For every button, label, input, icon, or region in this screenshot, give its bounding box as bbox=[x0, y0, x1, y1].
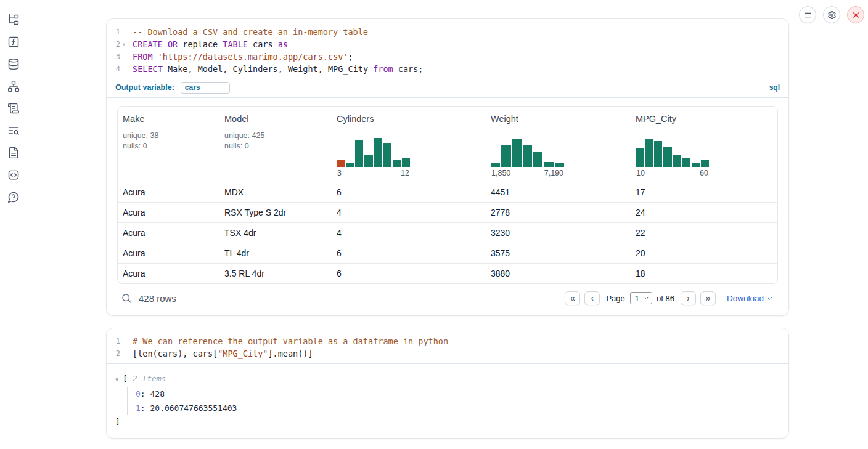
cylinders-histogram bbox=[337, 136, 410, 167]
sql-cell: 1 -- Download a CSV and create an in-mem… bbox=[106, 18, 789, 316]
last-page-button[interactable]: » bbox=[700, 291, 716, 305]
code-token: FROM bbox=[133, 52, 153, 62]
column-header-label[interactable]: Model bbox=[224, 114, 327, 124]
next-page-button[interactable]: › bbox=[681, 291, 696, 305]
cell-weight: 3575 bbox=[486, 248, 631, 258]
page-count-label: of 86 bbox=[657, 294, 674, 303]
column-cylinders: Cylinders 3 12 bbox=[332, 107, 486, 182]
cell-mpg-city: 17 bbox=[631, 187, 777, 197]
tree-items: 0: 428 1: 20.060747663551403 bbox=[127, 387, 777, 415]
hist-min-label: 1,850 bbox=[491, 169, 510, 177]
fold-chevron-icon bbox=[120, 335, 128, 347]
snippets-icon[interactable] bbox=[7, 147, 20, 159]
cell-make: Acura bbox=[118, 228, 219, 238]
column-nulls-stat: nulls: 0 bbox=[123, 141, 215, 152]
cell-cylinders: 6 bbox=[332, 187, 486, 197]
table-row: Acura3.5 RL 4dr6388018 bbox=[118, 263, 777, 283]
menu-icon bbox=[803, 10, 813, 20]
cell-cylinders: 6 bbox=[332, 248, 486, 258]
hist-max-label: 60 bbox=[700, 169, 708, 177]
cell-model: 3.5 RL 4dr bbox=[219, 269, 332, 278]
weight-histogram bbox=[491, 136, 564, 167]
fold-chevron-icon bbox=[120, 63, 128, 75]
shutdown-button[interactable] bbox=[847, 6, 864, 23]
python-code-editor[interactable]: 1 # We can reference the output variable… bbox=[107, 328, 788, 363]
table-row: AcuraTL 4dr6357520 bbox=[118, 243, 777, 263]
cell-mpg-city: 20 bbox=[631, 248, 777, 258]
download-button[interactable]: Download bbox=[727, 294, 773, 303]
page-label: Page bbox=[606, 294, 624, 303]
code-token: Make, Model, Cylinders, Weight, MPG_City bbox=[163, 64, 373, 74]
fold-chevron-icon bbox=[120, 26, 128, 38]
hist-max-label: 7,190 bbox=[544, 169, 563, 177]
dependency-graph-icon[interactable] bbox=[7, 80, 20, 92]
cell-model: TSX 4dr bbox=[219, 228, 332, 238]
column-header-label[interactable]: Make bbox=[123, 114, 215, 124]
item-value: 20.060747663551403 bbox=[150, 403, 237, 413]
datasources-icon[interactable] bbox=[7, 58, 20, 70]
item-separator: : bbox=[141, 389, 150, 398]
cell-cylinders: 4 bbox=[332, 208, 486, 217]
settings-gear-icon bbox=[827, 10, 837, 20]
cell-weight: 4451 bbox=[486, 187, 631, 197]
table-footer: 428 rows « ‹ Page 1 of 86 › » Download bbox=[117, 284, 778, 312]
column-mpg-city: MPG_City 10 60 bbox=[631, 107, 777, 182]
cell-model: TL 4dr bbox=[219, 248, 332, 258]
column-model: Model unique: 425 nulls: 0 bbox=[219, 107, 332, 182]
sql-code-editor[interactable]: 1 -- Download a CSV and create an in-mem… bbox=[107, 19, 788, 79]
cell-mpg-city: 24 bbox=[631, 208, 777, 217]
output-variable-input[interactable]: cars bbox=[181, 82, 230, 94]
prev-page-button[interactable]: ‹ bbox=[584, 291, 600, 305]
output-variable-label: Output variable: bbox=[115, 83, 174, 92]
fold-chevron-icon[interactable]: ∨ bbox=[120, 38, 128, 51]
cell-mpg-city: 18 bbox=[631, 269, 777, 278]
table-row: AcuraMDX6445117 bbox=[118, 182, 777, 202]
code-token: TABLE bbox=[223, 39, 248, 49]
table-row: AcuraRSX Type S 2dr4277824 bbox=[118, 202, 777, 222]
code-token: CREATE bbox=[133, 39, 163, 49]
chevron-down-icon bbox=[766, 295, 773, 302]
python-cell-output: ∨[ 2 Items 0: 428 1: 20.060747663551403 … bbox=[107, 364, 788, 429]
line-number: 2 bbox=[110, 38, 120, 51]
cell-make: Acura bbox=[118, 248, 219, 258]
page-select[interactable]: 1 bbox=[630, 292, 652, 304]
code-token: "MPG_City" bbox=[218, 349, 268, 358]
column-weight: Weight 1,850 7,190 bbox=[486, 107, 631, 182]
documentation-icon[interactable] bbox=[7, 169, 20, 181]
first-page-button[interactable]: « bbox=[565, 291, 580, 305]
code-token: ; bbox=[348, 52, 353, 62]
menu-button[interactable] bbox=[799, 6, 816, 23]
collapse-chevron-icon[interactable]: ∨ bbox=[115, 373, 123, 387]
code-token: cars bbox=[248, 39, 278, 49]
column-header-label[interactable]: Weight bbox=[491, 114, 626, 124]
variables-icon[interactable] bbox=[7, 36, 20, 48]
sql-cell-output: Make unique: 38 nulls: 0 Model unique: 4… bbox=[107, 98, 788, 312]
code-line: 3 FROM 'https://datasets.marimo.app/cars… bbox=[110, 51, 788, 63]
search-icon[interactable] bbox=[121, 293, 132, 304]
code-line: 1 -- Download a CSV and create an in-mem… bbox=[110, 26, 788, 38]
outline-icon[interactable] bbox=[7, 14, 20, 26]
code-line: 1 # We can reference the output variable… bbox=[110, 335, 788, 347]
rows-count: 428 rows bbox=[139, 293, 176, 304]
items-count: 2 Items bbox=[133, 374, 166, 383]
cell-make: Acura bbox=[118, 187, 219, 197]
open-bracket: [ bbox=[123, 374, 128, 383]
cell-model: MDX bbox=[219, 187, 332, 197]
code-token: cars; bbox=[393, 64, 424, 74]
python-cell: 1 # We can reference the output variable… bbox=[106, 328, 789, 439]
fold-chevron-icon bbox=[120, 51, 128, 63]
column-header-label[interactable]: Cylinders bbox=[337, 114, 481, 124]
code-line: 4 SELECT Make, Model, Cylinders, Weight,… bbox=[110, 63, 788, 75]
cell-weight: 3230 bbox=[486, 228, 631, 238]
pagination: « ‹ Page 1 of 86 › » Download bbox=[565, 291, 773, 305]
list-item: 1: 20.060747663551403 bbox=[136, 401, 777, 415]
code-token bbox=[153, 52, 158, 62]
sidebar bbox=[0, 14, 27, 203]
column-header-label[interactable]: MPG_City bbox=[636, 114, 772, 124]
settings-button[interactable] bbox=[823, 6, 840, 23]
scratchpad-icon[interactable] bbox=[7, 102, 20, 115]
mpg-city-histogram bbox=[636, 136, 709, 167]
logs-icon[interactable] bbox=[7, 124, 20, 137]
help-icon[interactable] bbox=[7, 191, 20, 203]
code-token: OR bbox=[168, 39, 178, 49]
